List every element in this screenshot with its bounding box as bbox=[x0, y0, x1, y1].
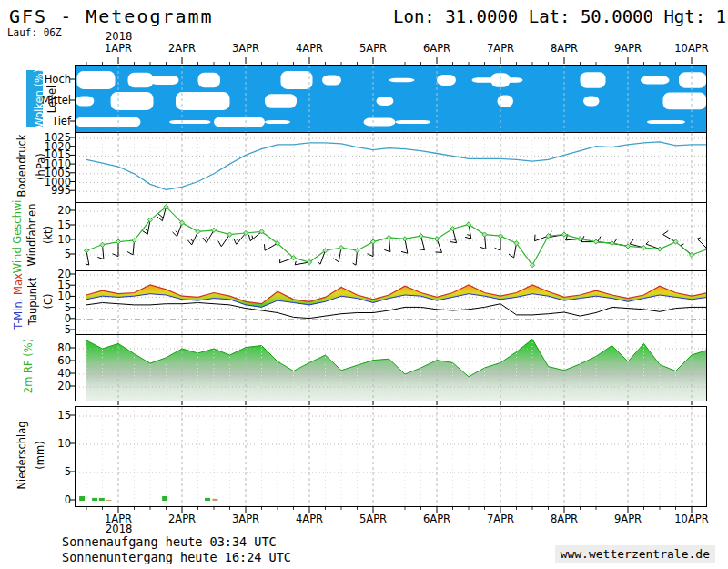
panel-temperature bbox=[75, 270, 707, 335]
model-run-label: Lauf: 06Z bbox=[7, 26, 62, 38]
day-label-4apr: 4APR bbox=[296, 513, 323, 525]
day-label-5apr: 5APR bbox=[359, 513, 387, 525]
humidity-tick-80: 80 bbox=[0, 342, 71, 353]
coordinates-label: Lon: 31.0000 Lat: 50.0000 Hgt: 1 bbox=[393, 6, 726, 26]
humidity-tick-40: 40 bbox=[0, 368, 71, 379]
temperature-tick-0: 0 bbox=[0, 313, 71, 324]
clouds-axis-title: Wolken (%) bbox=[34, 39, 45, 157]
meteogram-page: GFS - Meteogramm Lon: 31.0000 Lat: 50.00… bbox=[0, 0, 728, 569]
day-label-3apr: 3APR bbox=[232, 513, 259, 525]
day-label-3apr: 3APR bbox=[232, 42, 259, 55]
precipitation-tick-5: 5 bbox=[0, 466, 71, 477]
wind-tick-5: 5 bbox=[0, 249, 71, 259]
panel-clouds bbox=[75, 65, 707, 133]
day-label-6apr: 6APR bbox=[423, 513, 450, 525]
wind-tick-10: 10 bbox=[0, 234, 71, 245]
day-label-4apr: 4APR bbox=[296, 42, 323, 55]
temp-chart bbox=[76, 271, 706, 334]
day-label-1apr: 1APR bbox=[105, 513, 132, 525]
panel-humidity bbox=[75, 334, 707, 401]
panel-pressure bbox=[75, 132, 707, 203]
wind-tick-15: 15 bbox=[0, 219, 71, 230]
day-label-8apr: 8APR bbox=[551, 513, 578, 525]
day-label-10apr: 10APR bbox=[674, 513, 708, 525]
sunset-label: Sonnenuntergang heute 16:24 UTC bbox=[62, 550, 291, 564]
day-label-7apr: 7APR bbox=[487, 513, 514, 525]
press-chart bbox=[76, 133, 706, 202]
day-label-7apr: 7APR bbox=[487, 42, 514, 55]
panel-precipitation bbox=[75, 406, 707, 507]
precip-chart bbox=[76, 407, 706, 506]
year-label-top: 2018 bbox=[106, 30, 132, 43]
website-link[interactable]: www.wetterzentrale.de bbox=[555, 545, 715, 563]
sunrise-label: Sonnenaufgang heute 03:34 UTC bbox=[62, 534, 277, 549]
precipitation-tick-0: 0 bbox=[0, 494, 71, 505]
day-label-10apr: 10APR bbox=[674, 42, 708, 55]
day-label-2apr: 2APR bbox=[168, 42, 196, 55]
day-label-8apr: 8APR bbox=[551, 42, 578, 55]
wind-chart bbox=[76, 203, 706, 270]
day-label-9apr: 9APR bbox=[614, 513, 642, 525]
precipitation-tick-15: 15 bbox=[0, 410, 71, 421]
humidity-tick-60: 60 bbox=[0, 355, 71, 366]
wind-tick-20: 20 bbox=[0, 205, 71, 216]
temperature-tick-15: 15 bbox=[0, 279, 71, 290]
day-label-6apr: 6APR bbox=[423, 42, 450, 55]
precipitation-tick-10: 10 bbox=[0, 438, 71, 449]
page-title: GFS - Meteogramm bbox=[9, 5, 214, 27]
day-label-9apr: 9APR bbox=[614, 42, 642, 55]
day-label-5apr: 5APR bbox=[359, 42, 387, 55]
x-axis-bottom: 1APR2APR3APR4APR5APR6APR7APR8APR9APR10AP… bbox=[0, 513, 728, 525]
day-label-1apr: 1APR bbox=[105, 42, 132, 55]
pressure-tick-995: 995 bbox=[0, 185, 71, 196]
temperature-tick-10: 10 bbox=[0, 290, 71, 301]
day-label-2apr: 2APR bbox=[168, 513, 196, 525]
clouds-chart bbox=[76, 66, 706, 132]
temperature-tick-5: 5 bbox=[0, 302, 71, 313]
temperature-tick--5: -5 bbox=[0, 324, 71, 335]
humidity-tick-20: 20 bbox=[0, 381, 71, 391]
panel-wind bbox=[75, 202, 707, 271]
rf-chart bbox=[76, 335, 706, 401]
temperature-tick-20: 20 bbox=[0, 269, 71, 279]
x-axis-top: 1APR2APR3APR4APR5APR6APR7APR8APR9APR10AP… bbox=[0, 42, 728, 55]
